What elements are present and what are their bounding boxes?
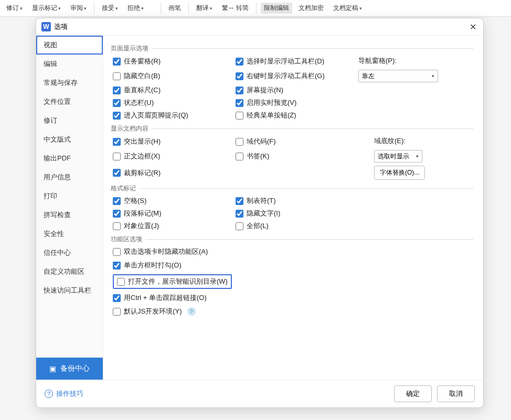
doc-content-checkbox[interactable]: 正文边框(X) <box>113 152 233 161</box>
doc-content-checkbox[interactable]: 域代码(F) <box>236 137 372 146</box>
format-marks-checkbox[interactable]: 段落标记(M) <box>113 209 233 218</box>
sidebar-item[interactable]: 视图 <box>36 36 103 55</box>
ribbon-opt-checkbox[interactable]: 单击方框时打勾(O) <box>113 261 474 270</box>
doc-content-checkbox[interactable]: 裁剪标记(R) <box>113 168 233 178</box>
toolbar-btn[interactable]: 拒绝▾ <box>124 3 147 14</box>
toolbar-btn[interactable]: 审阅▾ <box>67 3 90 14</box>
page-display-checkbox[interactable]: 进入页眉页脚提示(Q) <box>113 111 233 120</box>
doc-content-checkbox[interactable]: 突出显示(H) <box>113 137 233 146</box>
toolbar-btn[interactable] <box>150 7 156 9</box>
app-toolbar: 修订▾显示标记▾审阅▾接受▾拒绝▾画笔翻译▾繁↔ 转简限制编辑文档加密文档定稿▾ <box>0 0 511 17</box>
section-page-display: 页面显示选项 <box>111 44 474 53</box>
options-main: 页面显示选项 任务窗格(R)选择时显示浮动工具栏(D)导航窗格(P):隐藏空白(… <box>103 36 483 380</box>
page-display-checkbox[interactable]: 屏幕提示(N) <box>236 85 356 95</box>
doc-content-checkbox[interactable]: 书签(K) <box>236 152 372 161</box>
toolbar-btn[interactable]: 文档定稿▾ <box>330 3 365 14</box>
cancel-button[interactable]: 取消 <box>437 385 475 402</box>
close-icon[interactable]: ✕ <box>467 21 478 32</box>
sidebar-item[interactable]: 拼写检查 <box>36 206 103 224</box>
dialog-footer: ? 操作技巧 确定 取消 <box>36 380 483 407</box>
page-display-checkbox[interactable]: 启用实时预览(V) <box>236 98 356 107</box>
tips-link[interactable]: ? 操作技巧 <box>45 389 83 399</box>
font-substitution-button[interactable]: 字体替换(O)... <box>374 166 425 180</box>
sidebar: 视图编辑常规与保存文件位置修订中文版式输出PDF用户信息打印拼写检查安全性信任中… <box>36 36 103 380</box>
dialog-title: 选项 <box>54 22 68 31</box>
sidebar-item[interactable]: 编辑 <box>36 55 103 73</box>
page-display-checkbox[interactable]: 垂直标尺(C) <box>113 85 233 95</box>
word-icon: W <box>41 22 51 31</box>
backup-label: 备份中心 <box>60 364 90 373</box>
format-marks-checkbox[interactable]: 对象位置(J) <box>113 221 233 231</box>
section-format-marks: 格式标记 <box>111 184 474 193</box>
sidebar-item[interactable]: 输出PDF <box>36 149 103 168</box>
toolbar-btn[interactable]: 翻译▾ <box>193 3 216 14</box>
page-display-checkbox[interactable]: 任务窗格(R) <box>113 57 233 66</box>
format-marks-checkbox[interactable]: 隐藏文字(I) <box>236 209 356 218</box>
format-marks-checkbox[interactable]: 空格(S) <box>113 196 233 206</box>
sidebar-item[interactable]: 文件位置 <box>36 92 103 111</box>
ribbon-opt-checkbox[interactable]: 用Ctrl + 单击跟踪超链接(O) <box>113 293 474 303</box>
toolbar-btn[interactable]: 繁↔ 转简 <box>219 3 252 14</box>
backup-icon: ▣ <box>49 364 56 373</box>
nav-pane-select[interactable]: 靠左▾ <box>358 70 438 82</box>
format-marks-checkbox[interactable]: 全部(L) <box>236 221 356 231</box>
toolbar-btn[interactable]: 修订▾ <box>3 3 26 14</box>
sidebar-item[interactable]: 用户信息 <box>36 168 103 187</box>
toolbar-btn[interactable]: 画笔 <box>165 3 184 14</box>
toolbar-btn[interactable]: 限制编辑 <box>261 3 292 14</box>
sidebar-item[interactable]: 快速访问工具栏 <box>36 281 103 300</box>
page-display-checkbox[interactable]: 经典菜单按钮(Z) <box>236 111 356 120</box>
tips-icon: ? <box>45 390 53 398</box>
page-display-checkbox[interactable]: 选择时显示浮动工具栏(D) <box>236 57 356 66</box>
help-icon[interactable]: ? <box>187 307 196 316</box>
page-display-checkbox[interactable]: 右键时显示浮动工具栏(G) <box>236 71 356 81</box>
format-marks-checkbox[interactable]: 制表符(T) <box>236 196 356 206</box>
toolbar-btn[interactable]: 接受▾ <box>99 3 121 14</box>
field-shading-select[interactable]: 选取时显示▾ <box>374 150 422 163</box>
sidebar-item[interactable]: 修订 <box>36 111 103 130</box>
page-display-checkbox[interactable]: 状态栏(U) <box>113 98 233 107</box>
backup-center-button[interactable]: ▣ 备份中心 <box>36 358 103 380</box>
ribbon-opt-checkbox[interactable]: 打开文件，展示智能识别目录(W) <box>117 277 228 286</box>
field-shading-label: 域底纹(E): <box>374 136 406 146</box>
sidebar-item[interactable]: 常规与保存 <box>36 73 103 92</box>
sidebar-item[interactable]: 打印 <box>36 187 103 206</box>
ribbon-opt-checkbox[interactable]: 默认JS开发环境(Y)? <box>113 307 474 316</box>
dialog-title-bar: W 选项 ✕ <box>36 18 483 36</box>
highlighted-option: 打开文件，展示智能识别目录(W) <box>113 274 232 289</box>
sidebar-item[interactable]: 自定义功能区 <box>36 262 103 281</box>
sidebar-item[interactable]: 信任中心 <box>36 243 103 262</box>
toolbar-btn[interactable]: 文档加密 <box>295 3 327 14</box>
nav-pane-label: 导航窗格(P): <box>358 56 474 66</box>
page-display-checkbox[interactable]: 隐藏空白(B) <box>113 71 233 81</box>
ribbon-opt-checkbox[interactable]: 双击选项卡时隐藏功能区(A) <box>113 247 474 256</box>
sidebar-item[interactable]: 安全性 <box>36 224 103 243</box>
section-doc-content: 显示文档内容 <box>111 124 474 133</box>
section-ribbon-opts: 功能区选项 <box>111 235 474 244</box>
ok-button[interactable]: 确定 <box>394 385 432 402</box>
options-dialog: W 选项 ✕ 视图编辑常规与保存文件位置修订中文版式输出PDF用户信息打印拼写检… <box>36 18 484 408</box>
toolbar-btn[interactable]: 显示标记▾ <box>29 3 64 14</box>
sidebar-item[interactable]: 中文版式 <box>36 130 103 149</box>
